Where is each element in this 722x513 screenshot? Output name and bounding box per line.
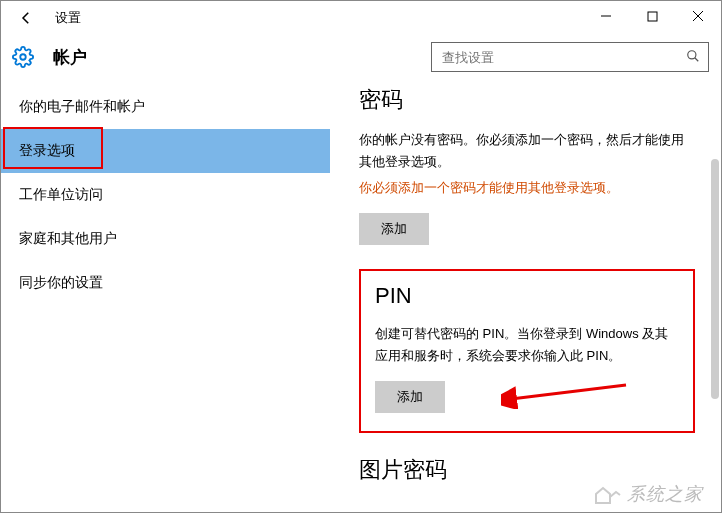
pin-heading: PIN [375, 283, 679, 309]
search-icon [686, 49, 700, 66]
search-box[interactable] [431, 42, 709, 72]
svg-point-5 [688, 50, 696, 58]
password-heading: 密码 [359, 85, 695, 115]
svg-line-6 [695, 57, 699, 61]
picture-password-heading: 图片密码 [359, 455, 695, 485]
svg-line-8 [511, 385, 626, 399]
window-title: 设置 [55, 9, 81, 27]
sidebar-item-sync-settings[interactable]: 同步你的设置 [1, 261, 330, 305]
minimize-button[interactable] [583, 1, 629, 31]
category-title: 帐户 [53, 46, 87, 69]
back-button[interactable] [11, 3, 41, 33]
gear-icon [11, 45, 35, 69]
svg-rect-1 [648, 12, 657, 21]
maximize-button[interactable] [629, 1, 675, 31]
search-input[interactable] [442, 50, 686, 65]
password-warning: 你必须添加一个密码才能使用其他登录选项。 [359, 177, 695, 199]
window-controls [583, 1, 721, 31]
sidebar-item-label: 同步你的设置 [19, 274, 103, 292]
annotation-arrow [501, 379, 631, 409]
pin-description: 创建可替代密码的 PIN。当你登录到 Windows 及其应用和服务时，系统会要… [375, 323, 679, 367]
picture-password-section: 图片密码 [359, 455, 695, 485]
sidebar-item-email-accounts[interactable]: 你的电子邮件和帐户 [1, 85, 330, 129]
password-section: 密码 你的帐户没有密码。你必须添加一个密码，然后才能使用其他登录选项。 你必须添… [359, 85, 695, 245]
header: 帐户 [1, 35, 721, 79]
sidebar-item-label: 工作单位访问 [19, 186, 103, 204]
main-area: 你的电子邮件和帐户 登录选项 工作单位访问 家庭和其他用户 同步你的设置 密码 … [1, 79, 721, 512]
sidebar-item-label: 家庭和其他用户 [19, 230, 117, 248]
content-pane: 密码 你的帐户没有密码。你必须添加一个密码，然后才能使用其他登录选项。 你必须添… [331, 79, 721, 512]
close-button[interactable] [675, 1, 721, 31]
scrollbar[interactable] [711, 159, 719, 399]
sidebar: 你的电子邮件和帐户 登录选项 工作单位访问 家庭和其他用户 同步你的设置 [1, 79, 331, 512]
pin-add-button[interactable]: 添加 [375, 381, 445, 413]
pin-section: PIN 创建可替代密码的 PIN。当你登录到 Windows 及其应用和服务时，… [359, 269, 695, 433]
sidebar-item-label: 登录选项 [19, 142, 75, 160]
sidebar-item-label: 你的电子邮件和帐户 [19, 98, 145, 116]
password-description: 你的帐户没有密码。你必须添加一个密码，然后才能使用其他登录选项。 [359, 129, 695, 173]
svg-point-4 [20, 54, 26, 60]
password-add-button[interactable]: 添加 [359, 213, 429, 245]
titlebar: 设置 [1, 1, 721, 35]
sidebar-item-work-access[interactable]: 工作单位访问 [1, 173, 330, 217]
sidebar-item-signin-options[interactable]: 登录选项 [1, 129, 330, 173]
sidebar-item-family-users[interactable]: 家庭和其他用户 [1, 217, 330, 261]
